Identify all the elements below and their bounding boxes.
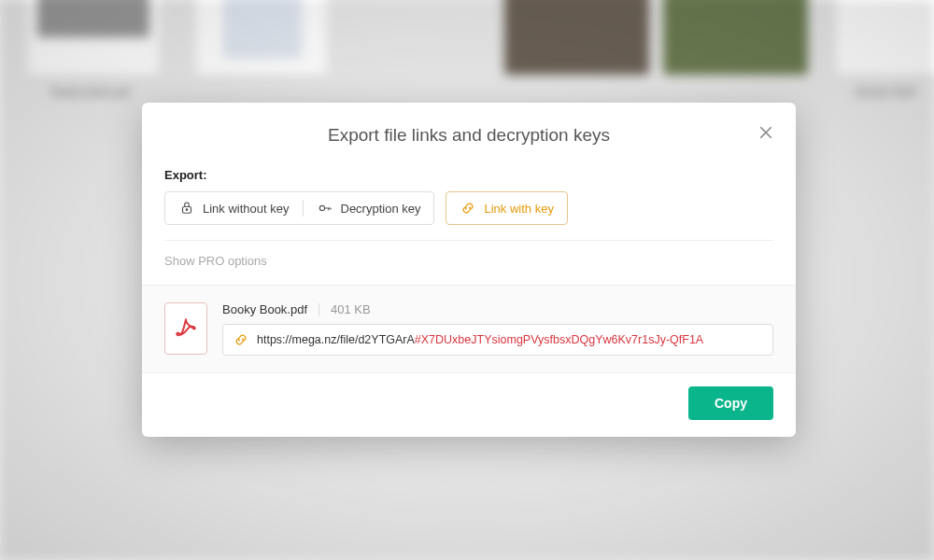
export-label: Export: <box>164 168 773 182</box>
export-option-group: Link without key Decryption key <box>164 191 434 225</box>
divider <box>318 303 319 316</box>
close-button[interactable] <box>753 119 779 146</box>
file-size: 401 KB <box>331 302 371 316</box>
lock-icon <box>178 200 195 217</box>
copy-button[interactable]: Copy <box>688 386 773 420</box>
close-icon <box>757 124 774 141</box>
file-name: Booky Book.pdf <box>222 302 307 316</box>
option-link-with-key[interactable]: Link with key <box>446 191 567 225</box>
share-link-text: https://mega.nz/file/d2YTGArA#X7DUxbeJTY… <box>257 333 703 346</box>
file-panel: Booky Book.pdf 401 KB https://mega.nz/fi… <box>142 285 796 373</box>
export-options-row: Link without key Decryption key Link wit… <box>164 191 773 225</box>
dialog-footer: Copy <box>142 373 796 437</box>
show-pro-options-link[interactable]: Show PRO options <box>164 241 773 285</box>
option-link-without-key[interactable]: Link without key <box>165 192 303 224</box>
link-key-icon <box>460 200 476 217</box>
link-base: https://mega.nz/file/d2YTGArA <box>257 333 415 346</box>
option-label: Decryption key <box>341 202 421 216</box>
dialog-title: Export file links and decryption keys <box>164 125 773 146</box>
key-icon <box>317 200 333 217</box>
pdf-icon <box>174 316 198 341</box>
link-key: #X7DUxbeJTYsiomgPVysfbsxDQgYw6Kv7r1sJy-Q… <box>415 333 703 346</box>
option-label: Link without key <box>203 202 290 216</box>
file-meta: Booky Book.pdf 401 KB <box>222 302 773 316</box>
file-type-icon <box>164 302 207 355</box>
export-links-dialog: Export file links and decryption keys Ex… <box>142 103 796 437</box>
svg-point-5 <box>319 205 324 210</box>
dialog-header: Export file links and decryption keys <box>142 103 796 159</box>
share-link-field[interactable]: https://mega.nz/file/d2YTGArA#X7DUxbeJTY… <box>222 324 773 356</box>
option-label: Link with key <box>484 202 553 216</box>
link-key-icon <box>233 331 249 348</box>
option-decryption-key[interactable]: Decryption key <box>304 192 434 224</box>
